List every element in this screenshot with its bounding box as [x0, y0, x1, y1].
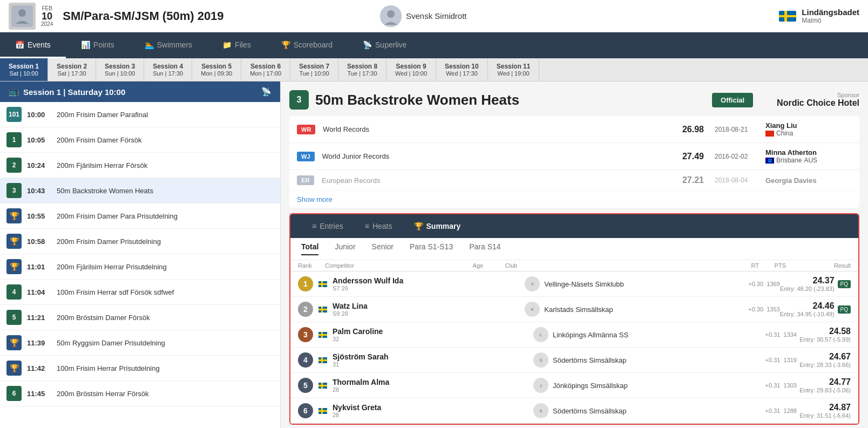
nav-swimmers[interactable]: 🏊 Swimmers — [130, 32, 207, 58]
session-tab-3[interactable]: Session 3 Sun | 10:00 — [96, 58, 144, 81]
session-tab-1[interactable]: Session 1 Sat | 10:00 — [0, 58, 48, 81]
official-badge: Official — [712, 93, 753, 107]
tab-entries[interactable]: ≡ Entries — [301, 214, 354, 238]
swimmers-icon: 🏊 — [145, 40, 154, 49]
session-tab-9[interactable]: Session 9 Wed | 10:00 — [386, 58, 436, 81]
club-logo: S — [533, 352, 548, 368]
records-area: WR World Records 26.98 2018-08-21 Xiang … — [289, 116, 859, 208]
flag-se — [318, 332, 327, 338]
event-number: 🏆 — [6, 208, 22, 223]
event-number: 2 — [6, 158, 22, 173]
cn-flag — [765, 131, 774, 137]
files-icon: 📁 — [222, 40, 232, 49]
nav-files[interactable]: 📁 Files — [207, 32, 266, 58]
organizer-name: Svensk Simidrott — [406, 11, 467, 21]
flag-se — [318, 307, 327, 312]
er-badge: ER — [297, 175, 314, 185]
session-tab-6[interactable]: Session 6 Mon | 17:00 — [241, 58, 290, 81]
event-num-large: 3 — [289, 90, 309, 110]
cast-icon: 📡 — [261, 87, 272, 97]
sidebar-event-trophy-2[interactable]: 🏆 10:58 200m Frisim Damer Prisutdelning — [0, 229, 280, 254]
session-tab-7[interactable]: Session 7 Tue | 10:00 — [290, 58, 338, 81]
table-row[interactable]: 6 Nykvist Greta 28 S Södertörns Simsälls… — [290, 398, 858, 424]
event-number: 5 — [6, 310, 22, 325]
session-tab-2[interactable]: Session 2 Sat | 17:30 — [48, 58, 96, 81]
rank-badge: 5 — [298, 378, 313, 393]
sidebar-event-6[interactable]: 6 11:45 200m Bröstsim Herrar Försök — [0, 381, 280, 406]
table-header: Rank Competitor Age Club RT PTS Result — [290, 260, 858, 271]
table-row[interactable]: 4 Sjöström Sarah 31 S Södertörns Simsäll… — [290, 348, 858, 373]
rank-badge: 1 — [298, 276, 313, 291]
sidebar-event-trophy-4[interactable]: 🏆 11:39 50m Ryggsim Damer Prisutdelning — [0, 330, 280, 356]
club-logo: K — [525, 302, 540, 317]
app-logo — [9, 3, 36, 30]
sub-tabs: Total Junior Senior Para S1-S13 Para S14 — [290, 238, 858, 260]
content-area: 📺 Session 1 | Saturday 10:00 📡 101 10:00… — [0, 81, 868, 428]
sidebar-event-101[interactable]: 101 10:00 200m Frisim Damer Parafinal — [0, 102, 280, 127]
scoreboard-icon: 🏆 — [281, 40, 290, 49]
sponsor-area: Sponsor Nordic Choice Hotel — [777, 92, 859, 108]
table-row[interactable]: 5 Thormalm Alma 28 J Jönköpings Simsälls… — [290, 373, 858, 398]
table-row[interactable]: 3 Palm Caroline 32 L Linköpings Allmänna… — [290, 322, 858, 348]
venue-details: Lindängsbadet Malmö — [802, 8, 859, 24]
club-logo: L — [533, 327, 548, 342]
event-number: 4 — [6, 284, 22, 300]
sidebar-event-4[interactable]: 4 11:04 100m Frisim Herrar sdf Försök sd… — [0, 280, 280, 305]
rank-badge: 6 — [298, 403, 313, 418]
session-tab-8[interactable]: Session 8 Tue | 17:30 — [338, 58, 386, 81]
nav-superlive[interactable]: 📡 Superlive — [348, 32, 422, 58]
club-logo: V — [525, 276, 540, 291]
entries-icon: ≡ — [312, 222, 316, 230]
table-row[interactable]: 1 Andersson Wulf Ida S7 26 V Vellinge-Nä… — [290, 271, 858, 297]
tab-summary[interactable]: 🏆 Summary — [403, 214, 472, 238]
subtab-senior[interactable]: Senior — [372, 242, 394, 255]
table-row[interactable]: 2 Watz Lina S9 28 K Karlstads Simsällska… — [290, 297, 858, 322]
session-tab-11[interactable]: Session 11 Wed | 19:00 — [488, 58, 540, 81]
events-icon: 📅 — [15, 40, 24, 49]
rank-badge: 4 — [298, 352, 313, 368]
event-number: 🏆 — [6, 234, 22, 249]
sidebar-event-5[interactable]: 5 11:21 200m Bröstsim Damer Försök — [0, 305, 280, 330]
record-er: ER European Records 27.21 2018-08-04 Geo… — [289, 170, 859, 191]
tab-heats[interactable]: ≡ Heats — [354, 214, 403, 238]
heats-icon: ≡ — [365, 222, 369, 230]
event-header: 3 50m Backstroke Women Heats Official Sp… — [289, 90, 859, 110]
summary-icon: 🏆 — [414, 222, 423, 230]
flag-se — [318, 408, 327, 414]
show-more-button[interactable]: Show more — [289, 191, 859, 208]
event-number: 🏆 — [6, 335, 22, 350]
sidebar: 📺 Session 1 | Saturday 10:00 📡 101 10:00… — [0, 81, 281, 428]
sidebar-event-trophy-3[interactable]: 🏆 11:01 200m Fjärilsim Herrar Prisutdeln… — [0, 254, 280, 280]
sidebar-event-2[interactable]: 2 10:24 200m Fjärilsim Herrar Försök — [0, 153, 280, 178]
session-tabs: Session 1 Sat | 10:00 Session 2 Sat | 17… — [0, 58, 868, 81]
sidebar-event-trophy-5[interactable]: 🏆 11:42 100m Frisim Herrar Prisutdelning — [0, 356, 280, 381]
flag-se — [318, 357, 327, 363]
result-tab-bar: ≡ Entries ≡ Heats 🏆 Summary — [290, 214, 858, 238]
session-tab-4[interactable]: Session 4 Sun | 17:30 — [144, 58, 192, 81]
record-wr: WR World Records 26.98 2018-08-21 Xiang … — [289, 116, 859, 143]
sidebar-header: 📺 Session 1 | Saturday 10:00 📡 — [0, 81, 280, 102]
nav-points[interactable]: 📊 Points — [66, 32, 130, 58]
subtab-para-s14[interactable]: Para S14 — [469, 242, 500, 255]
record-wj: WJ World Junior Records 27.49 2016-02-02… — [289, 143, 859, 170]
session-tab-10[interactable]: Session 10 Wed | 17:30 — [436, 58, 488, 81]
nav-scoreboard[interactable]: 🏆 Scoreboard — [266, 32, 348, 58]
club-logo: J — [533, 378, 548, 393]
sidebar-event-3[interactable]: 3 10:43 50m Backstroke Women Heats — [0, 178, 280, 203]
nav-events[interactable]: 📅 Events — [0, 32, 66, 58]
wr-badge: WR — [297, 125, 315, 134]
top-header: FEB 10 2024 SM/Para-SM/JSM (50m) 2019 Sv… — [0, 0, 868, 32]
subtab-junior[interactable]: Junior — [335, 242, 355, 255]
event-number: 🏆 — [6, 259, 22, 274]
wj-badge: WJ — [297, 152, 315, 161]
subtab-total[interactable]: Total — [301, 242, 318, 255]
sidebar-event-trophy-1[interactable]: 🏆 10:55 200m Frisim Damer Para Prisutdel… — [0, 203, 280, 229]
sidebar-event-1[interactable]: 1 10:05 200m Frisim Damer Försök — [0, 127, 280, 153]
event-number: 🏆 — [6, 361, 22, 376]
session-tab-5[interactable]: Session 5 Mon | 09:30 — [192, 58, 241, 81]
results-section: ≡ Entries ≡ Heats 🏆 Summary Total Junior… — [289, 213, 859, 425]
flag-se — [318, 383, 327, 389]
svg-point-3 — [387, 10, 395, 18]
subtab-para-s1s13[interactable]: Para S1-S13 — [410, 242, 453, 255]
flag-se — [318, 281, 327, 287]
